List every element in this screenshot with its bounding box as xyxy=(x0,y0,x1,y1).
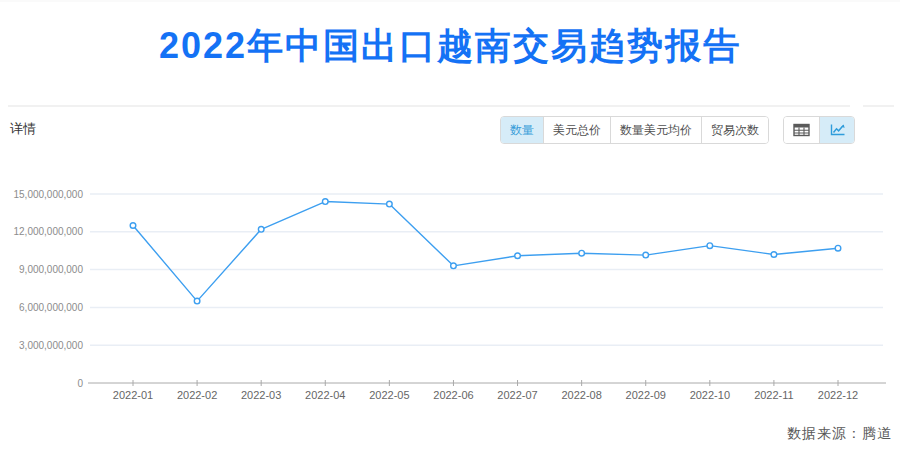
y-axis-label: 9,000,000,000 xyxy=(19,264,83,275)
section-label: 详情 xyxy=(10,115,36,143)
data-point-2022-12[interactable] xyxy=(835,245,841,251)
x-axis-label: 2022-11 xyxy=(754,389,794,401)
table-icon xyxy=(793,123,810,137)
data-point-2022-04[interactable] xyxy=(322,199,328,205)
x-axis-label: 2022-02 xyxy=(177,389,217,401)
chart-area[interactable]: 03,000,000,0006,000,000,0009,000,000,000… xyxy=(0,157,900,412)
x-axis-label: 2022-01 xyxy=(113,389,153,401)
x-axis-label: 2022-09 xyxy=(626,389,666,401)
y-axis-label: 0 xyxy=(77,378,83,389)
x-axis-label: 2022-03 xyxy=(241,389,281,401)
x-axis-label: 2022-07 xyxy=(497,389,537,401)
data-point-2022-09[interactable] xyxy=(643,252,649,258)
source-note: 数据来源：腾道 xyxy=(787,425,892,443)
x-axis-label: 2022-12 xyxy=(818,389,858,401)
data-point-2022-06[interactable] xyxy=(451,263,457,269)
divider xyxy=(8,105,850,107)
view-toggle-group xyxy=(783,116,855,144)
metric-tab-group: 数量 美元总价 数量美元均价 贸易次数 xyxy=(500,116,769,144)
trend-line xyxy=(133,202,838,302)
data-point-2022-05[interactable] xyxy=(387,201,393,207)
chart-view-button[interactable] xyxy=(819,117,854,143)
data-point-2022-01[interactable] xyxy=(130,223,136,229)
x-axis-label: 2022-04 xyxy=(305,389,345,401)
data-point-2022-10[interactable] xyxy=(707,243,713,249)
chart-toolbar: 详情 数量 美元总价 数量美元均价 贸易次数 xyxy=(0,115,900,143)
report-page: 2022年中国出口越南交易趋势报告 详情 数量 美元总价 数量美元均价 贸易次数 xyxy=(0,0,900,462)
line-chart-icon xyxy=(829,123,846,137)
data-point-2022-11[interactable] xyxy=(771,252,777,258)
x-axis-label: 2022-06 xyxy=(433,389,473,401)
y-axis-label: 12,000,000,000 xyxy=(13,226,83,237)
x-axis-label: 2022-10 xyxy=(690,389,730,401)
toolbar-controls: 数量 美元总价 数量美元均价 贸易次数 xyxy=(500,116,855,144)
tab-usd-average[interactable]: 数量美元均价 xyxy=(610,117,701,143)
page-title: 2022年中国出口越南交易趋势报告 xyxy=(0,22,900,71)
tab-quantity[interactable]: 数量 xyxy=(501,117,543,143)
data-point-2022-02[interactable] xyxy=(194,298,200,304)
data-point-2022-08[interactable] xyxy=(579,250,585,256)
data-point-2022-07[interactable] xyxy=(515,253,521,259)
divider-segment xyxy=(863,105,894,107)
tab-usd-total[interactable]: 美元总价 xyxy=(543,117,610,143)
y-axis-label: 15,000,000,000 xyxy=(13,189,83,200)
tab-trade-count[interactable]: 贸易次数 xyxy=(701,117,768,143)
x-axis-label: 2022-08 xyxy=(561,389,601,401)
x-axis-label: 2022-05 xyxy=(369,389,409,401)
y-axis-label: 3,000,000,000 xyxy=(19,340,83,351)
y-axis-label: 6,000,000,000 xyxy=(19,302,83,313)
table-view-button[interactable] xyxy=(784,117,819,143)
trend-chart[interactable]: 03,000,000,0006,000,000,0009,000,000,000… xyxy=(0,157,900,412)
data-point-2022-03[interactable] xyxy=(258,226,264,232)
